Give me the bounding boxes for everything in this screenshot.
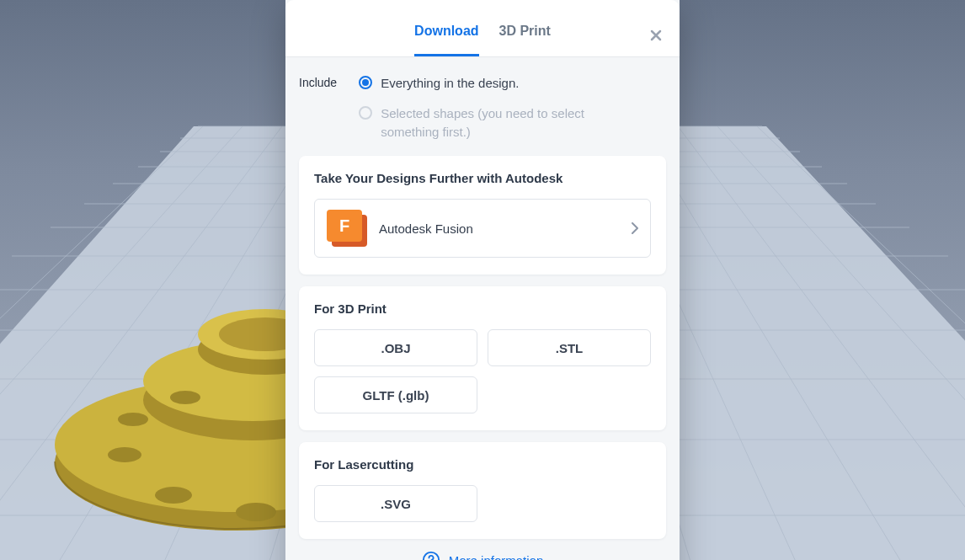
svg-point-38 xyxy=(236,503,276,521)
svg-line-26 xyxy=(0,126,282,560)
format-gltf-button[interactable]: GLTF (.glb) xyxy=(314,376,477,413)
svg-point-39 xyxy=(170,391,200,404)
radio-dot-icon xyxy=(359,76,372,89)
svg-line-28 xyxy=(0,126,203,560)
more-info-row: More information xyxy=(299,551,666,560)
export-dialog: Download 3D Print Include Everything in … xyxy=(285,0,680,560)
svg-line-21 xyxy=(757,126,965,560)
svg-point-37 xyxy=(155,487,192,504)
fusion-label: Autodesk Fusion xyxy=(379,221,620,236)
radio-everything-label: Everything in the design. xyxy=(381,74,519,93)
more-information-link[interactable]: More information xyxy=(449,553,544,560)
svg-line-19 xyxy=(678,126,965,560)
svg-point-36 xyxy=(108,447,141,462)
include-options: Everything in the design. Selected shape… xyxy=(359,74,600,141)
autodesk-fusion-row[interactable]: F Autodesk Fusion xyxy=(314,199,651,258)
format-obj-button[interactable]: .OBJ xyxy=(314,329,477,366)
fusion-logo-icon: F xyxy=(327,210,367,247)
format-stl-button[interactable]: .STL xyxy=(488,329,651,366)
print-heading: For 3D Print xyxy=(314,301,651,316)
laser-heading: For Lasercutting xyxy=(314,457,651,472)
svg-line-25 xyxy=(42,126,322,560)
laser-card: For Lasercutting .SVG xyxy=(299,442,666,539)
radio-everything[interactable]: Everything in the design. xyxy=(359,74,600,93)
close-button[interactable] xyxy=(646,25,666,45)
svg-line-20 xyxy=(717,126,965,560)
svg-point-40 xyxy=(118,413,148,426)
help-circle-icon xyxy=(422,551,440,560)
radio-dot-icon xyxy=(359,106,372,120)
format-svg-button[interactable]: .SVG xyxy=(314,485,477,522)
close-icon xyxy=(649,29,663,42)
include-row: Include Everything in the design. Select… xyxy=(299,74,666,156)
svg-line-18 xyxy=(638,126,918,560)
tab-download[interactable]: Download xyxy=(414,24,478,56)
print-card: For 3D Print .OBJ .STL GLTF (.glb) xyxy=(299,286,666,430)
svg-line-27 xyxy=(0,126,243,560)
dialog-body: Include Everything in the design. Select… xyxy=(285,57,680,560)
autodesk-heading: Take Your Designs Further with Autodesk xyxy=(314,171,651,185)
dialog-header: Download 3D Print xyxy=(285,0,680,57)
chevron-right-icon xyxy=(632,222,638,234)
radio-selected-label: Selected shapes (you need to select some… xyxy=(381,104,600,141)
radio-selected-shapes: Selected shapes (you need to select some… xyxy=(359,104,600,141)
tab-3d-print[interactable]: 3D Print xyxy=(499,24,551,56)
include-label: Include xyxy=(299,74,337,89)
tabs: Download 3D Print xyxy=(414,0,551,56)
autodesk-card: Take Your Designs Further with Autodesk … xyxy=(299,156,666,275)
